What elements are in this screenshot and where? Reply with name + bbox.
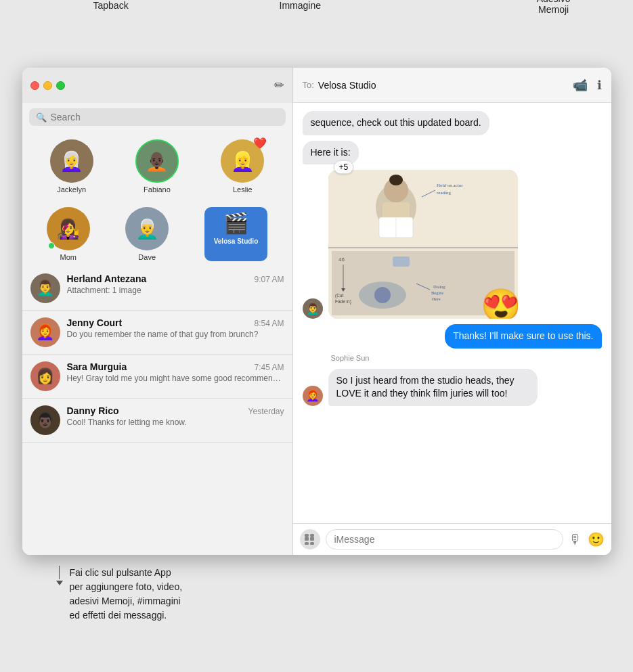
conv-preview-danny: Cool! Thanks for letting me know.	[67, 418, 284, 427]
conv-content-herland: Herland Antezana 9:07 AM Attachment: 1 i…	[67, 273, 284, 295]
chat-titlebar: To: Velosa Studio 📹 ℹ	[293, 68, 611, 103]
conv-time-sara: 7:45 AM	[254, 363, 284, 372]
compose-button[interactable]: ✏	[274, 78, 284, 93]
conv-header-herland: Herland Antezana 9:07 AM	[67, 273, 284, 284]
pinned-contact-fabiano[interactable]: 🧑🏿‍🦲 Fabiano	[135, 139, 179, 194]
info-button[interactable]: ℹ	[597, 78, 602, 93]
avatar-danny: 👨🏿	[30, 405, 60, 435]
annotation-row: Tapback Immagine AdesivoMemoji	[22, 27, 611, 68]
velosa-icon: 🎬	[223, 211, 248, 235]
msg-image-row: 👨‍🦱 +5	[303, 170, 518, 319]
conv-item-herland[interactable]: 👨‍🦱 Herland Antezana 9:07 AM Attachment:…	[22, 267, 292, 311]
search-icon: 🔍	[36, 112, 47, 122]
conv-item-jenny[interactable]: 👩‍🦰 Jenny Court 8:54 AM Do you remember …	[22, 311, 292, 355]
minimize-button[interactable]	[43, 81, 52, 90]
msg-outgoing-1: Thanks! I'll make sure to use this.	[445, 324, 601, 349]
avatar-wrapper-mom: 👩‍🎤	[47, 207, 90, 250]
msg-incoming-1: sequence, check out this updated board.	[303, 111, 489, 135]
sidebar-titlebar: ✏	[22, 68, 292, 103]
pinned-contact-leslie[interactable]: 👱‍♀️ ❤️ Leslie	[221, 139, 264, 194]
avatar-jackelyn: 👩‍🦳	[50, 139, 93, 183]
close-button[interactable]	[30, 81, 39, 90]
conv-name-sara: Sara Murguia	[67, 361, 127, 372]
conv-name-danny: Danny Rico	[67, 405, 119, 416]
pinned-contact-dave[interactable]: 👨‍🦳 Dave	[125, 207, 169, 261]
svg-rect-29	[305, 534, 309, 537]
immagine-label: Immagine	[280, 0, 321, 11]
search-input[interactable]	[51, 112, 279, 122]
chat-actions: 📹 ℹ	[573, 78, 602, 93]
avatar-wrapper-fabiano: 🧑🏿‍🦲	[135, 139, 179, 183]
bottom-annotation-area: Fai clic sul pulsante App per aggiungere…	[22, 555, 611, 623]
contact-name-jackelyn: Jackelyn	[57, 185, 86, 194]
conv-preview-herland: Attachment: 1 image	[67, 286, 284, 295]
tapback-label: Tapback	[93, 0, 129, 11]
audio-record-button[interactable]: 🎙	[569, 532, 582, 547]
svg-rect-26	[305, 542, 309, 545]
avatar-sara: 👩	[30, 361, 60, 391]
avatar-jenny: 👩‍🦰	[30, 317, 60, 347]
chat-input-area: 🎙 🙂	[293, 523, 611, 555]
zoom-button[interactable]	[56, 81, 65, 90]
avatar-herland: 👨‍🦱	[30, 273, 60, 303]
to-label: To:	[303, 80, 314, 90]
conv-time-danny: Yesterday	[248, 407, 284, 416]
pinned-contact-jackelyn[interactable]: 👩‍🦳 Jackelyn	[50, 139, 93, 194]
avatar-dave: 👨‍🦳	[125, 207, 169, 250]
tapback-badge: +5	[334, 160, 354, 174]
conv-time-herland: 9:07 AM	[254, 275, 284, 284]
chat-recipient: Velosa Studio	[318, 80, 376, 91]
svg-text:Dialog: Dialog	[433, 284, 445, 289]
pinned-contacts-row1: 👩‍🦳 Jackelyn 🧑🏿‍🦲 Fabiano 👱‍♀️ ❤️ Leslie	[22, 131, 292, 199]
storyboard-image: Hold on actor reading	[328, 170, 518, 319]
avatar-fabiano: 🧑🏿‍🦲	[135, 139, 179, 183]
svg-text:Hold on actor: Hold on actor	[437, 183, 463, 188]
velosa-name: Velosa Studio	[214, 238, 259, 245]
emoji-button[interactable]: 🙂	[588, 531, 605, 547]
svg-rect-24	[305, 537, 309, 541]
conv-header-sara: Sara Murguia 7:45 AM	[67, 361, 284, 372]
msg-avatar-sender: 👨‍🦱	[303, 298, 323, 319]
conv-item-sara[interactable]: 👩 Sara Murguia 7:45 AM Hey! Gray told me…	[22, 355, 292, 399]
conv-content-sara: Sara Murguia 7:45 AM Hey! Gray told me y…	[67, 361, 284, 383]
contact-name-fabiano: Fabiano	[144, 185, 171, 194]
svg-point-4	[389, 175, 403, 185]
svg-text:reading: reading	[437, 190, 451, 196]
avatar-sophie: 👩‍🦰	[303, 386, 323, 406]
svg-text:(Cut: (Cut	[335, 293, 343, 298]
svg-text:Fade in): Fade in)	[335, 299, 351, 305]
conv-header-jenny: Jenny Court 8:54 AM	[67, 317, 284, 328]
pinned-contact-velosa[interactable]: 🎬 Velosa Studio	[204, 207, 268, 261]
heart-badge: ❤️	[253, 137, 267, 150]
contact-name-leslie: Leslie	[233, 185, 253, 194]
app-store-icon	[304, 533, 316, 545]
conv-preview-jenny: Do you remember the name of that guy fro…	[67, 330, 284, 339]
app-window: ✏ 🔍 👩‍🦳 Jackelyn 🧑🏿‍🦲 Fabiano	[22, 68, 611, 555]
conv-content-jenny: Jenny Court 8:54 AM Do you remember the …	[67, 317, 284, 339]
svg-rect-28	[310, 542, 314, 545]
video-call-button[interactable]: 📹	[573, 78, 588, 93]
contact-name-dave: Dave	[138, 253, 156, 261]
message-input[interactable]	[326, 529, 563, 550]
conv-name-herland: Herland Antezana	[67, 273, 147, 284]
svg-rect-25	[310, 537, 314, 541]
msg-sophie: So I just heard from the studio heads, t…	[328, 369, 538, 406]
bottom-annotation-content: Fai clic sul pulsante App per aggiungere…	[56, 566, 183, 623]
memoji-sticker: 😍	[481, 290, 518, 319]
conv-time-jenny: 8:54 AM	[254, 319, 284, 328]
svg-text:Here: Here	[432, 296, 441, 301]
avatar-wrapper-dave: 👨‍🦳	[125, 207, 169, 250]
conv-header-danny: Danny Rico Yesterday	[67, 405, 284, 416]
conv-preview-sara: Hey! Gray told me you might have some go…	[67, 374, 284, 383]
adesivo-label: AdesivoMemoji	[537, 0, 571, 15]
conv-name-jenny: Jenny Court	[67, 317, 123, 328]
messages-area: sequence, check out this updated board. …	[293, 103, 611, 523]
conv-content-danny: Danny Rico Yesterday Cool! Thanks for le…	[67, 405, 284, 427]
contact-name-mom: Mom	[60, 253, 77, 261]
avatar-wrapper-jackelyn: 👩‍🦳	[50, 139, 93, 183]
conversation-list: 👨‍🦱 Herland Antezana 9:07 AM Attachment:…	[22, 267, 292, 555]
pinned-contact-mom[interactable]: 👩‍🎤 Mom	[47, 207, 90, 261]
app-store-button[interactable]	[300, 529, 320, 550]
svg-rect-27	[310, 534, 314, 537]
conv-item-danny[interactable]: 👨🏿 Danny Rico Yesterday Cool! Thanks for…	[22, 399, 292, 443]
